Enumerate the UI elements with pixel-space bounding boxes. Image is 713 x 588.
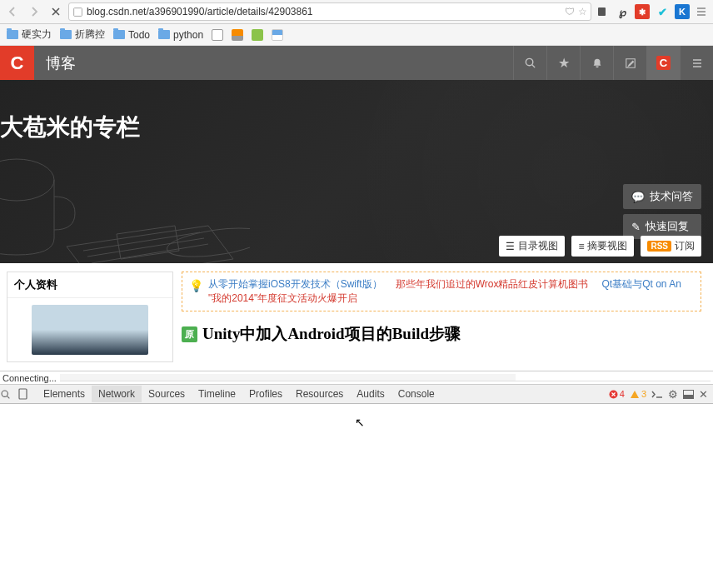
settings-icon[interactable]: ⚙ xyxy=(668,388,678,401)
svg-point-1 xyxy=(526,58,532,65)
shield-icon[interactable]: 🛡 xyxy=(565,6,575,17)
notice-link[interactable]: "我的2014"年度征文活动火爆开启 xyxy=(208,292,357,306)
hero-banner: 大苞米的专栏 💬技术问答 ✎快速回复 ☰目录视图 ≡摘要视图 RSS订阅 xyxy=(0,80,713,263)
list-icon: ☰ xyxy=(506,241,515,252)
bookmarks-bar: 硬实力 折腾控 Todo python xyxy=(0,24,713,46)
stop-button[interactable] xyxy=(47,2,65,21)
url-bar[interactable]: blog.csdn.net/a396901990/article/details… xyxy=(68,2,591,21)
back-button[interactable] xyxy=(3,2,22,21)
tab-sources[interactable]: Sources xyxy=(142,386,192,402)
tab-timeline[interactable]: Timeline xyxy=(192,386,242,402)
chat-icon: 💬 xyxy=(631,191,645,203)
bulb-icon: 💡 xyxy=(189,279,203,292)
menu-button[interactable] xyxy=(680,46,713,80)
bookmark-folder[interactable]: 折腾控 xyxy=(60,27,105,42)
edit-button[interactable] xyxy=(613,46,646,80)
tab-profiles[interactable]: Profiles xyxy=(242,386,289,402)
svg-rect-6 xyxy=(19,389,27,399)
folder-icon xyxy=(158,30,170,39)
article-header: 原 Unity中加入Android项目的Build步骤 xyxy=(182,323,701,345)
browser-toolbar: blog.csdn.net/a396901990/article/details… xyxy=(0,0,713,24)
bookmark-folder[interactable]: python xyxy=(158,29,203,41)
notice-link[interactable]: Qt基础与Qt on An xyxy=(601,277,681,292)
toc-view-button[interactable]: ☰目录视图 xyxy=(499,236,565,257)
ext-red-icon[interactable]: ✱ xyxy=(635,4,650,19)
list-icon: ≡ xyxy=(578,241,584,252)
site-header: C 博客 ★ C xyxy=(0,46,713,80)
ext-evernote-icon[interactable] xyxy=(595,4,610,19)
bookmark-folder[interactable]: 硬实力 xyxy=(7,27,52,42)
ext-key-icon[interactable]: ℘ xyxy=(615,4,630,19)
qa-button[interactable]: 💬技术问答 xyxy=(623,184,701,209)
sidebar: 个人资料 xyxy=(7,272,173,362)
favorite-button[interactable]: ★ xyxy=(546,46,580,80)
tab-elements[interactable]: Elements xyxy=(37,386,92,402)
rss-button[interactable]: RSS订阅 xyxy=(641,236,701,257)
warning-count[interactable]: 3 xyxy=(630,389,646,399)
ext-check-icon[interactable]: ✔ xyxy=(655,4,670,19)
app-icon xyxy=(232,29,243,41)
blog-title: 大苞米的专栏 xyxy=(0,112,140,143)
device-icon[interactable] xyxy=(18,388,37,400)
devtools-tabs: Elements Network Sources Timeline Profil… xyxy=(0,385,713,404)
svg-rect-9 xyxy=(684,395,694,399)
tab-resources[interactable]: Resources xyxy=(289,386,350,402)
bookmark-icon[interactable] xyxy=(232,29,243,41)
browser-menu-button[interactable] xyxy=(693,3,710,20)
svg-point-5 xyxy=(2,391,7,396)
tab-audits[interactable]: Audits xyxy=(350,386,391,402)
tab-console[interactable]: Console xyxy=(391,386,441,402)
close-devtools-icon[interactable]: ✕ xyxy=(699,388,708,401)
summary-view-button[interactable]: ≡摘要视图 xyxy=(571,236,634,257)
article-title[interactable]: Unity中加入Android项目的Build步骤 xyxy=(202,323,461,345)
bookmark-icon[interactable] xyxy=(212,29,223,41)
site-title[interactable]: 博客 xyxy=(34,53,76,73)
csdn-button[interactable]: C xyxy=(646,46,680,80)
notice-link[interactable]: 那些年我们追过的Wrox精品红皮计算机图书 xyxy=(396,277,589,292)
forward-button[interactable] xyxy=(25,2,43,21)
devtools-body xyxy=(0,404,713,588)
search-button[interactable] xyxy=(513,46,546,80)
avatar[interactable] xyxy=(32,305,148,355)
folder-icon xyxy=(7,30,18,39)
ext-k-icon[interactable]: K xyxy=(675,4,690,19)
notice-box: 💡 从零开始掌握iOS8开发技术（Swift版） 那些年我们追过的Wrox精品红… xyxy=(182,272,701,311)
folder-icon xyxy=(113,30,125,39)
app-icon xyxy=(212,29,223,41)
url-text: blog.csdn.net/a396901990/article/details… xyxy=(87,6,313,17)
extension-icons: ℘ ✱ ✔ K xyxy=(595,4,690,19)
logo[interactable]: C xyxy=(0,46,34,80)
sidebar-title: 个人资料 xyxy=(7,272,172,298)
app-icon xyxy=(252,29,263,41)
svg-point-2 xyxy=(0,159,54,201)
page-content: C 博客 ★ C xyxy=(0,46,713,371)
status-bar: Connecting... xyxy=(0,371,713,385)
tab-network[interactable]: Network xyxy=(92,386,142,402)
svg-rect-0 xyxy=(74,7,82,16)
bookmark-icon[interactable] xyxy=(252,29,263,41)
error-count[interactable]: 4 xyxy=(609,389,625,399)
star-icon[interactable]: ☆ xyxy=(578,6,587,17)
rss-badge: RSS xyxy=(647,241,671,252)
inspect-icon[interactable] xyxy=(0,389,18,400)
notification-button[interactable] xyxy=(580,46,613,80)
console-drawer-icon[interactable] xyxy=(651,390,663,399)
notice-link[interactable]: 从零开始掌握iOS8开发技术（Swift版） xyxy=(208,277,382,292)
original-badge: 原 xyxy=(182,326,197,342)
pencil-icon: ✎ xyxy=(631,221,641,233)
hero-sketch-art xyxy=(0,130,250,263)
dock-icon[interactable] xyxy=(683,390,694,399)
app-icon xyxy=(272,29,283,41)
folder-icon xyxy=(60,30,72,39)
bookmark-icon[interactable] xyxy=(272,29,283,41)
main-column: 💡 从零开始掌握iOS8开发技术（Swift版） 那些年我们追过的Wrox精品红… xyxy=(182,272,701,362)
bookmark-folder[interactable]: Todo xyxy=(113,29,150,41)
